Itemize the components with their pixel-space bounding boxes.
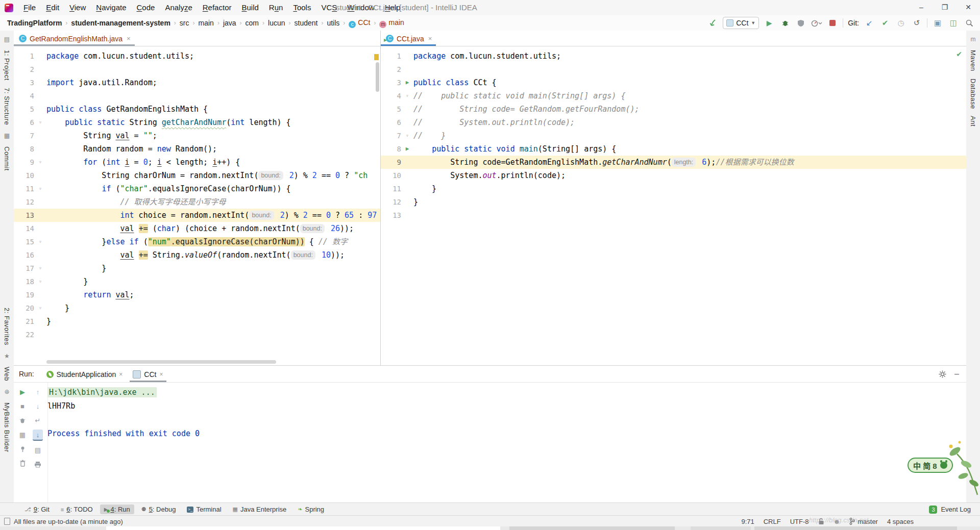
stop-process-button[interactable]: ■	[17, 401, 28, 411]
run-line-icon[interactable]: ▶	[401, 142, 413, 156]
breadcrumb-item[interactable]: student-management-system	[70, 19, 172, 27]
breadcrumb-item[interactable]: utils	[326, 19, 340, 27]
rerun-button[interactable]: ▶	[17, 387, 28, 397]
tool-button-maven[interactable]: Maven	[969, 50, 977, 71]
debug-button[interactable]	[779, 17, 791, 29]
token: int	[106, 158, 120, 167]
line-number: 5	[14, 103, 34, 116]
trash-icon[interactable]	[17, 458, 28, 468]
tab-getrandomenglishmath[interactable]: C GetRandomEnglishMath.java ×	[14, 31, 135, 46]
file-encoding[interactable]: UTF-8	[790, 518, 809, 525]
history-icon[interactable]: ◷	[895, 17, 906, 29]
inspections-ok-icon[interactable]: ✔	[956, 50, 962, 58]
menu-code[interactable]: Code	[132, 0, 160, 15]
up-stacktrace-icon[interactable]: ↑	[33, 387, 43, 397]
coverage-button[interactable]	[795, 17, 806, 29]
breadcrumb-item[interactable]: cCCt	[348, 18, 371, 28]
split-console-icon[interactable]: ▤	[33, 445, 43, 455]
dump-threads-icon[interactable]: ▦	[17, 430, 28, 440]
editor-left-code[interactable]: 1package com.lucun.student.utils;23impor…	[14, 46, 380, 341]
git-update-icon[interactable]: ↙	[864, 17, 875, 29]
rollback-icon[interactable]: ↺	[911, 17, 922, 29]
tool-button----project[interactable]: 1: Project	[3, 50, 11, 81]
tool-button-database[interactable]: Database	[969, 79, 977, 109]
tab-cct[interactable]: C▶ CCt.java ×	[381, 31, 436, 46]
menu-navigate[interactable]: Navigate	[91, 0, 131, 15]
tool-window-button-terminal[interactable]: >_Terminal	[183, 504, 225, 514]
breadcrumb-item[interactable]: com	[244, 19, 260, 27]
soft-wrap-icon[interactable]: ↵	[33, 415, 43, 425]
breadcrumb-item[interactable]: TradingPlatform	[6, 19, 63, 27]
tool-window-button----git[interactable]: ⎇9: Git	[20, 504, 54, 514]
breadcrumb-item[interactable]: student	[293, 19, 319, 27]
tool-button----structure[interactable]: 7: Structure	[3, 88, 11, 125]
tool-button-web[interactable]: Web	[3, 367, 11, 381]
close-icon[interactable]: ×	[119, 371, 122, 378]
run-tab-cct[interactable]: CCt×	[128, 366, 168, 382]
tool-button-commit[interactable]: Commit	[3, 146, 11, 171]
left-tool-strip: ▤1: Project7: Structure▦Commit2: Favorit…	[0, 31, 14, 502]
event-log-button[interactable]: 3 Event Log	[929, 506, 980, 514]
tool-strip-icon[interactable]: ▦	[4, 132, 10, 139]
run-button[interactable]: ▶	[764, 17, 775, 29]
scroll-to-end-icon[interactable]: ↓	[33, 430, 43, 441]
git-commit-icon[interactable]: ✔	[879, 17, 891, 29]
down-stacktrace-icon[interactable]: ↓	[33, 401, 43, 411]
horizontal-scrollbar[interactable]	[46, 360, 276, 364]
tool-window-button----debug[interactable]: ⚉5: Debug	[137, 504, 180, 514]
tool-window-button----run[interactable]: ▶4: Run	[100, 504, 134, 514]
tool-button-ant[interactable]: Ant	[969, 116, 977, 127]
breadcrumb-item[interactable]: mmain	[378, 18, 405, 28]
indent-setting[interactable]: 4 spaces	[887, 518, 914, 525]
stop-button[interactable]	[827, 17, 838, 29]
tool-window-button----todo[interactable]: ≡6: TODO	[57, 504, 97, 514]
menu-run[interactable]: Run	[264, 0, 288, 15]
maximize-button[interactable]: ❐	[933, 0, 957, 15]
project-structure-icon[interactable]: ▣	[932, 17, 943, 29]
build-icon[interactable]	[707, 17, 718, 29]
tool-window-button-java-enterprise[interactable]: ▦Java Enterprise	[229, 504, 291, 514]
tool-button----favorites[interactable]: 2: Favorites	[3, 308, 11, 345]
breadcrumb-item[interactable]: lucun	[267, 19, 286, 27]
pin-icon[interactable]	[17, 444, 28, 454]
menu-build[interactable]: Build	[236, 0, 263, 15]
input-method-widget[interactable]: 中 简 8	[908, 458, 953, 473]
close-icon[interactable]: ×	[126, 35, 131, 42]
run-line-icon[interactable]: ▶	[401, 76, 413, 89]
menu-view[interactable]: View	[64, 0, 91, 15]
vertical-scrollbar[interactable]	[376, 62, 379, 92]
print-icon[interactable]	[33, 459, 43, 469]
rerun-failed-icon[interactable]	[17, 415, 28, 425]
editor-pane-left[interactable]: C GetRandomEnglishMath.java × 1package c…	[14, 31, 381, 365]
menu-tools[interactable]: Tools	[288, 0, 316, 15]
hide-icon[interactable]: –	[954, 370, 959, 378]
tool-strip-icon[interactable]: m	[971, 36, 976, 43]
run-tab-studentapplication[interactable]: StudentApplication×	[41, 366, 128, 382]
menu-refactor[interactable]: Refactor	[198, 0, 237, 15]
tool-strip-icon[interactable]: ★	[4, 352, 10, 360]
close-icon[interactable]: ×	[427, 35, 432, 42]
menu-edit[interactable]: Edit	[41, 0, 64, 15]
menu-analyze[interactable]: Analyze	[160, 0, 197, 15]
close-icon[interactable]: ×	[159, 371, 163, 378]
line-separator[interactable]: CRLF	[764, 518, 781, 525]
menu-file[interactable]: File	[18, 0, 41, 15]
close-button[interactable]: ✕	[957, 0, 980, 15]
warning-stripe-marker[interactable]	[374, 54, 379, 60]
profiler-button[interactable]	[811, 17, 822, 29]
editor-right-code[interactable]: 1package com.lucun.student.utils;23▶publ…	[381, 46, 966, 222]
run-anything-icon[interactable]: ◫	[948, 17, 959, 29]
caret-position[interactable]: 9:71	[741, 518, 754, 525]
run-config-selector[interactable]: CCt ▼	[723, 17, 759, 29]
tool-strip-icon[interactable]: ⊕	[4, 388, 9, 395]
search-everywhere-icon[interactable]	[964, 17, 975, 29]
minimize-button[interactable]: –	[910, 0, 933, 15]
editor-pane-right[interactable]: C▶ CCt.java × 1package com.lucun.student…	[381, 31, 966, 365]
breadcrumb-item[interactable]: main	[198, 19, 215, 27]
gear-icon[interactable]	[939, 370, 946, 378]
breadcrumb-item[interactable]: java	[222, 19, 237, 27]
tool-strip-icon[interactable]: ▤	[4, 36, 10, 43]
breadcrumb-item[interactable]: src	[179, 19, 190, 27]
tool-button-mybatis-builder[interactable]: MyBatis Builder	[3, 402, 11, 452]
tool-window-button-spring[interactable]: ❧Spring	[293, 504, 328, 514]
